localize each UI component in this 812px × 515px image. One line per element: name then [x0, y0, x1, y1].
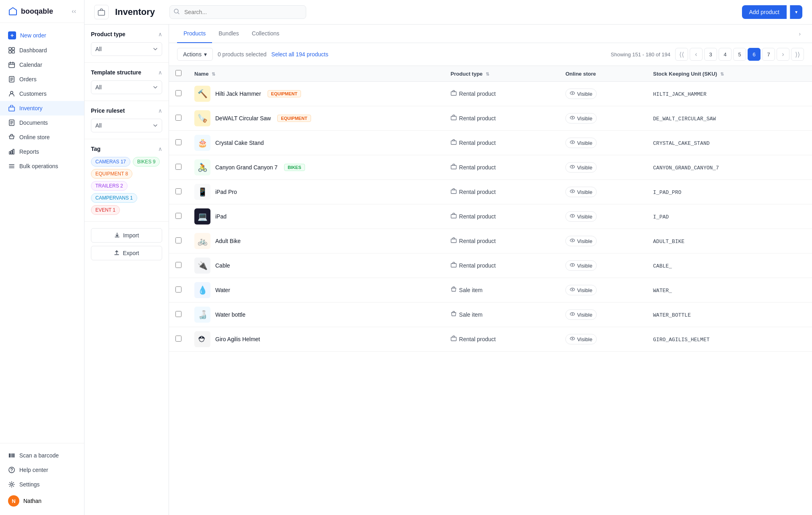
sort-sku-icon[interactable]: ⇅ [720, 72, 724, 76]
product-type-icon [451, 213, 457, 220]
filter-section-tag: Tag ∧ CAMERAS 17 BIKES 9 EQUIPMENT 8 TRA… [84, 139, 169, 222]
product-type-select[interactable]: All Rental product Sale item [91, 42, 162, 56]
actions-button[interactable]: Actions ▾ [177, 48, 213, 61]
add-product-button[interactable]: Add product [742, 5, 787, 19]
tag-chip-bikes[interactable]: BIKES 9 [133, 157, 160, 167]
row-checkbox[interactable] [175, 311, 181, 317]
import-button[interactable]: Import [91, 228, 162, 243]
app-name: booqable [21, 7, 53, 16]
select-all-link[interactable]: Select all 194 products [271, 51, 328, 58]
filter-section-header-template[interactable]: Template structure ∧ [91, 69, 162, 76]
row-checkbox[interactable] [175, 286, 181, 293]
user-profile[interactable]: N Nathan [0, 492, 84, 510]
row-checkbox-cell [169, 131, 188, 155]
search-input[interactable] [169, 5, 306, 19]
sidebar-item-help-center[interactable]: Help center [0, 463, 84, 477]
select-all-checkbox[interactable] [175, 70, 181, 76]
table-row: 🔌 Cable Rental product Visible CABLE_ [169, 253, 812, 278]
sidebar-item-bulk-operations[interactable]: Bulk operations [0, 159, 84, 173]
svg-rect-36 [451, 239, 456, 243]
page-last-button[interactable]: ⟩⟩ [791, 48, 804, 61]
product-name: Hilti Jack Hammer [215, 91, 261, 97]
orders-icon [8, 76, 15, 83]
svg-rect-24 [451, 141, 456, 144]
page-first-button[interactable]: ⟨⟨ [675, 48, 688, 61]
chevron-up-icon: ∧ [158, 31, 162, 37]
filter-section-header-product-type[interactable]: Product type ∧ [91, 31, 162, 37]
sku-cell: WATER_ [647, 278, 812, 303]
sidebar-item-scan-barcode[interactable]: Scan a barcode [0, 448, 84, 463]
export-button[interactable]: Export [91, 246, 162, 260]
settings-icon [8, 481, 15, 488]
price-ruleset-select[interactable]: All [91, 119, 162, 132]
tag-chip-cameras[interactable]: CAMERAS 17 [91, 157, 130, 167]
tag-chip-equipment[interactable]: EQUIPMENT 8 [91, 169, 132, 179]
sku-cell: DE_WALT_CIRCULAR_SAW [647, 106, 812, 131]
sidebar-item-reports[interactable]: Reports [0, 144, 84, 159]
tab-products[interactable]: Products [177, 25, 212, 43]
page-3-button[interactable]: 3 [704, 48, 717, 61]
page-5-button[interactable]: 5 [733, 48, 746, 61]
row-checkbox[interactable] [175, 115, 181, 121]
online-store-cell: Visible [559, 253, 647, 278]
sidebar-item-label: Settings [19, 481, 40, 488]
main-content: Inventory Add product ▾ Product type ∧ A… [84, 0, 812, 515]
sort-name-icon[interactable]: ⇅ [212, 72, 215, 76]
row-checkbox[interactable] [175, 139, 181, 145]
filter-section-header-price-ruleset[interactable]: Price ruleset ∧ [91, 107, 162, 114]
filter-section-header-tag[interactable]: Tag ∧ [91, 146, 162, 152]
tab-collections[interactable]: Collections [245, 25, 286, 43]
logo-icon [8, 6, 18, 16]
sidebar-item-new-order[interactable]: + New order [0, 28, 84, 43]
product-type-icon [451, 311, 457, 318]
store-status: Visible [577, 189, 592, 195]
export-icon [114, 250, 120, 256]
page-next-button[interactable]: › [777, 48, 789, 61]
row-checkbox-cell [169, 106, 188, 131]
sidebar-item-label: Calendar [19, 62, 42, 68]
chevron-up-icon: ∧ [158, 146, 162, 152]
product-type-icon [451, 164, 457, 171]
sort-type-icon[interactable]: ⇅ [486, 72, 489, 76]
row-checkbox[interactable] [175, 90, 181, 96]
row-checkbox[interactable] [175, 336, 181, 342]
row-checkbox[interactable] [175, 262, 181, 268]
tabs-more-button[interactable]: › [796, 25, 804, 43]
row-checkbox[interactable] [175, 188, 181, 194]
sidebar-item-calendar[interactable]: Calendar [0, 58, 84, 72]
row-checkbox[interactable] [175, 164, 181, 170]
row-checkbox[interactable] [175, 237, 181, 243]
top-header: Inventory Add product ▾ [84, 0, 812, 25]
sku-cell: ADULT_BIKE [647, 229, 812, 253]
row-checkbox-cell [169, 253, 188, 278]
svg-rect-10 [10, 453, 11, 457]
store-status: Visible [577, 312, 592, 318]
row-checkbox-cell [169, 278, 188, 303]
product-type-label: Sale item [459, 311, 482, 318]
page-7-button[interactable]: 7 [762, 48, 775, 61]
sidebar-item-dashboard[interactable]: Dashboard [0, 43, 84, 58]
header-actions: Add product ▾ [742, 5, 803, 19]
sidebar-item-settings[interactable]: Settings [0, 477, 84, 492]
sidebar-collapse-button[interactable]: ‹‹ [72, 8, 76, 15]
svg-rect-4 [9, 63, 14, 68]
sidebar-item-customers[interactable]: Customers [0, 87, 84, 101]
page-prev-button[interactable]: ‹ [690, 48, 703, 61]
sidebar-item-online-store[interactable]: Online store [0, 130, 84, 144]
sidebar-item-inventory[interactable]: Inventory [0, 101, 84, 115]
tag-chip-event[interactable]: EVENT 1 [91, 205, 120, 215]
sidebar-item-documents[interactable]: Documents [0, 115, 84, 130]
search-icon [173, 8, 180, 16]
page-4-button[interactable]: 4 [719, 48, 732, 61]
add-product-dropdown-button[interactable]: ▾ [790, 5, 802, 19]
sidebar-item-orders[interactable]: Orders [0, 72, 84, 87]
eye-icon [570, 213, 575, 220]
sidebar: booqable ‹‹ + New order Dashboard Calend… [0, 0, 84, 515]
tag-chip-trailers[interactable]: TRAILERS 2 [91, 181, 128, 191]
row-checkbox[interactable] [175, 213, 181, 219]
template-structure-select[interactable]: All [91, 80, 162, 94]
tag-chip-campervans[interactable]: CAMPERVANS 1 [91, 193, 137, 203]
page-6-button[interactable]: 6 [748, 48, 760, 61]
tab-bundles[interactable]: Bundles [212, 25, 245, 43]
svg-rect-16 [98, 10, 105, 15]
